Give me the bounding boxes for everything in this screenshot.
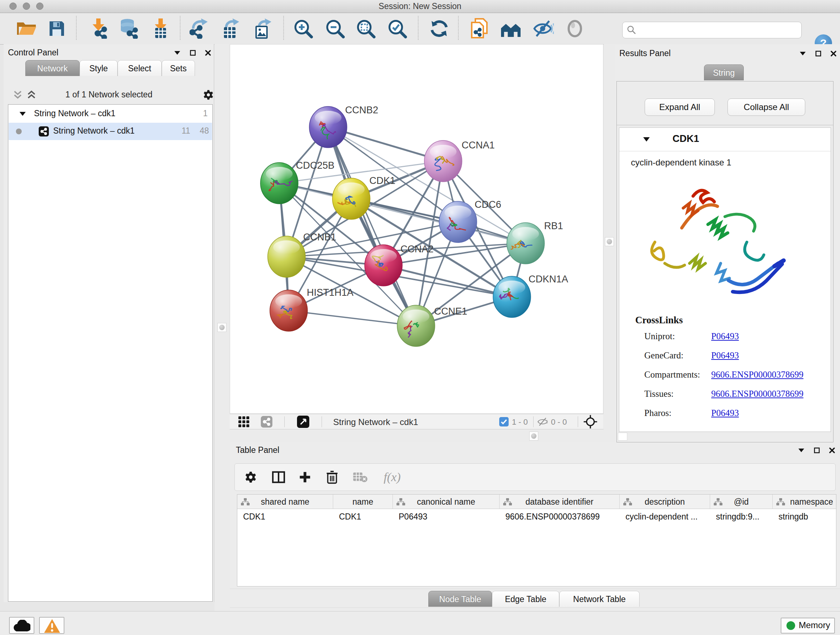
collapse-all-button[interactable]: Collapse All — [728, 98, 805, 116]
panel-close-icon[interactable] — [831, 51, 836, 57]
results-scroll-corner[interactable] — [618, 432, 627, 440]
crosslink-value-link[interactable]: P06493 — [711, 331, 739, 341]
warning-button[interactable] — [39, 617, 65, 634]
tab-node-table[interactable]: Node Table — [428, 591, 492, 607]
import-network-database-icon[interactable] — [119, 19, 138, 39]
table-panel-window-controls — [790, 447, 835, 458]
export-network-icon[interactable] — [189, 19, 209, 39]
table-cell[interactable]: stringdb — [773, 509, 836, 524]
table-cell[interactable]: CDK1 — [333, 509, 393, 524]
network-label: String Network – cdk1 — [53, 126, 134, 136]
node-label: RB1 — [544, 220, 563, 231]
panel-collapse-icon[interactable] — [800, 52, 806, 55]
selected-checkbox-icon[interactable] — [499, 417, 508, 426]
open-session-icon[interactable] — [16, 20, 36, 37]
export-image-icon[interactable] — [253, 19, 272, 39]
column-header-canonical-name[interactable]: canonical name — [393, 494, 500, 509]
home-icon[interactable] — [500, 19, 521, 38]
left-splitter[interactable] — [215, 44, 230, 611]
network-canvas[interactable]: CCNB2CCNA1CDC25BCDK1CDC6RB1CCNB1CCNA2CDK… — [230, 44, 603, 413]
column-header-name[interactable]: name — [333, 494, 393, 509]
node-table[interactable]: shared namenamecanonical namedatabase id… — [237, 494, 836, 586]
column-header--id[interactable]: @id — [710, 494, 773, 509]
section-collapse-icon[interactable] — [643, 137, 650, 141]
show-columns-icon[interactable] — [272, 470, 286, 484]
column-header-shared-name[interactable]: shared name — [237, 494, 333, 509]
hide-graphics-icon[interactable] — [533, 20, 554, 37]
column-header-database-identifier[interactable]: database identifier — [500, 494, 620, 509]
memory-status-icon — [786, 621, 795, 630]
import-table-icon[interactable] — [152, 19, 170, 39]
network-collection-row[interactable]: String Network – cdk1 1 — [9, 105, 212, 123]
table-settings-gear-icon[interactable] — [244, 470, 257, 484]
network-row-selected[interactable]: String Network – cdk1 11 48 — [9, 123, 212, 140]
crosslink-row: Compartments:9606.ENSP00000378699 — [644, 370, 832, 389]
fit-selected-crosshair-icon[interactable] — [583, 415, 598, 429]
network-options-gear-icon[interactable] — [202, 89, 214, 101]
delete-column-trash-icon[interactable] — [325, 470, 339, 485]
panel-close-icon[interactable] — [205, 50, 211, 56]
column-header-label: shared name — [261, 497, 309, 507]
table-toolbar: f(x) — [234, 463, 836, 491]
zoom-out-icon[interactable] — [325, 19, 345, 38]
search-input[interactable] — [638, 23, 799, 36]
string-network-badge-icon[interactable] — [261, 416, 272, 428]
panel-float-icon[interactable] — [190, 50, 196, 56]
cloud-button[interactable] — [9, 617, 34, 634]
add-column-icon[interactable] — [298, 470, 311, 484]
refresh-icon[interactable] — [429, 19, 449, 38]
network-view[interactable]: CCNB2CCNA1CDC25BCDK1CDC6RB1CCNB1CCNA2CDK… — [230, 44, 603, 414]
right-splitter-handle[interactable] — [605, 237, 614, 246]
crosslink-value-link[interactable]: P06493 — [711, 408, 739, 418]
birdseye-view-icon[interactable] — [297, 416, 309, 428]
save-session-icon[interactable] — [48, 20, 65, 37]
import-network-file-icon[interactable] — [89, 19, 108, 39]
hidden-eye-icon[interactable] — [537, 417, 548, 426]
bottom-splitter[interactable] — [230, 430, 615, 442]
table-cell[interactable]: 9606.ENSP00000378699 — [500, 509, 620, 524]
table-cell[interactable]: stringdb:9... — [710, 509, 773, 524]
column-header-description[interactable]: description — [620, 494, 710, 509]
table-cell[interactable]: P06493 — [393, 509, 500, 524]
network-edge-count: 48 — [200, 126, 209, 136]
zoom-selected-icon[interactable] — [387, 19, 407, 38]
crosslink-value-link[interactable]: 9606.ENSP00000378699 — [711, 370, 804, 380]
bottom-splitter-handle[interactable] — [529, 432, 538, 440]
tab-sets[interactable]: Sets — [162, 60, 195, 76]
panel-close-icon[interactable] — [829, 448, 835, 453]
zoom-in-icon[interactable] — [294, 19, 313, 38]
column-type-icon — [776, 498, 785, 505]
right-splitter[interactable] — [604, 44, 615, 442]
memory-button[interactable]: Memory — [781, 618, 835, 633]
tab-network-table[interactable]: Network Table — [559, 591, 639, 607]
tab-edge-table[interactable]: Edge Table — [492, 591, 559, 607]
left-splitter-handle[interactable] — [218, 323, 226, 332]
export-table-icon[interactable] — [222, 19, 240, 39]
tree-expand-icon[interactable] — [19, 112, 26, 116]
panel-collapse-icon[interactable] — [174, 51, 180, 55]
expand-all-button[interactable]: Expand All — [645, 98, 715, 116]
tab-string[interactable]: String — [704, 65, 744, 80]
panel-float-icon[interactable] — [814, 448, 820, 453]
grid-view-icon[interactable] — [238, 416, 249, 427]
tab-select[interactable]: Select — [118, 60, 162, 76]
panel-collapse-icon[interactable] — [798, 448, 804, 452]
cytoscape-window: Session: New Session ? Control Panel — [0, 0, 840, 635]
tab-network[interactable]: Network — [25, 60, 80, 76]
lens-icon[interactable] — [567, 19, 583, 38]
gene-section: CDK1 cyclin-dependent kinase 1 — [619, 127, 831, 432]
column-header-namespace[interactable]: namespace — [773, 494, 836, 509]
table-cell[interactable]: cyclin-dependent ... — [620, 509, 710, 524]
copy-style-icon[interactable] — [470, 18, 488, 39]
tab-style[interactable]: Style — [80, 60, 118, 76]
crosslink-label: Uniprot: — [644, 331, 675, 341]
zoom-fit-icon[interactable] — [356, 19, 376, 38]
panel-float-icon[interactable] — [815, 51, 821, 57]
network-edge[interactable] — [289, 310, 416, 326]
table-cell[interactable]: CDK1 — [237, 509, 333, 524]
crosslink-value-link[interactable]: 9606.ENSP00000378699 — [711, 389, 804, 399]
crosslink-label: GeneCard: — [644, 350, 684, 361]
gene-section-header[interactable]: CDK1 — [619, 128, 831, 151]
column-type-icon — [714, 498, 722, 505]
crosslink-value-link[interactable]: P06493 — [711, 350, 739, 361]
